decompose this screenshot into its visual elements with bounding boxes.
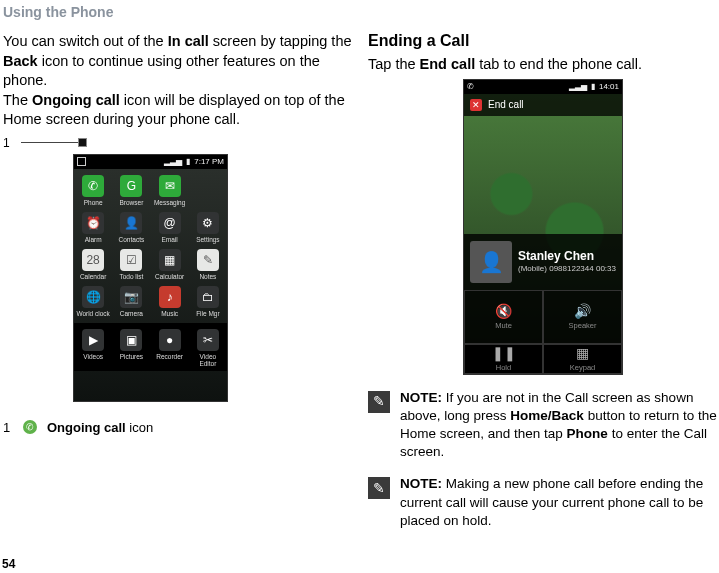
todo-icon: ☑ bbox=[120, 249, 142, 271]
legend-text: Ongoing call icon bbox=[47, 420, 153, 435]
app-messaging[interactable]: ✉Messaging bbox=[153, 175, 187, 206]
music-icon: ♪ bbox=[159, 286, 181, 308]
note-1: ✎ NOTE: If you are not in the Call scree… bbox=[368, 389, 718, 462]
mute-button[interactable]: 🔇Mute bbox=[464, 290, 543, 344]
app-browser[interactable]: GBrowser bbox=[114, 175, 148, 206]
app-label: File Mgr bbox=[196, 310, 219, 317]
app-music[interactable]: ♪Music bbox=[153, 286, 187, 317]
browser-icon: G bbox=[120, 175, 142, 197]
end-call-label: End call bbox=[488, 99, 524, 110]
term-ongoing-call: Ongoing call bbox=[32, 92, 120, 108]
call-screen-screenshot: ✆ ▂▃▅ ▮ 14:01 ✕ End call 👤 Stanley Chen … bbox=[463, 79, 623, 375]
notes-icon: ✎ bbox=[197, 249, 219, 271]
term-end-call: End call bbox=[420, 56, 476, 72]
app-label: Contacts bbox=[119, 236, 145, 243]
app-row: ⏰Alarm 👤Contacts @Email ⚙Settings bbox=[74, 206, 227, 243]
keypad-button[interactable]: ▦Keypad bbox=[543, 344, 622, 374]
app-calculator[interactable]: ▦Calculator bbox=[153, 249, 187, 280]
text: icon to continue using other features on… bbox=[3, 53, 320, 89]
call-buttons: 🔇Mute 🔊Speaker bbox=[464, 290, 622, 344]
status-bar: ✆ ▂▃▅ ▮ 14:01 bbox=[464, 80, 622, 94]
app-row: 28Calendar ☑Todo list ▦Calculator ✎Notes bbox=[74, 243, 227, 280]
left-paragraph-2: The Ongoing call icon will be displayed … bbox=[3, 91, 358, 130]
left-column: You can switch out of the In call screen… bbox=[3, 32, 358, 435]
caller-number: 0988122344 bbox=[549, 264, 594, 274]
term-back: Back bbox=[3, 53, 38, 69]
note-label: NOTE: bbox=[400, 476, 442, 491]
app-camera[interactable]: 📷Camera bbox=[114, 286, 148, 317]
contacts-icon: 👤 bbox=[120, 212, 142, 234]
caller-name: Stanley Chen bbox=[518, 249, 616, 265]
messaging-icon: ✉ bbox=[159, 175, 181, 197]
app-phone[interactable]: ✆Phone bbox=[76, 175, 110, 206]
app-email[interactable]: @Email bbox=[153, 212, 187, 243]
app-settings[interactable]: ⚙Settings bbox=[191, 212, 225, 243]
app-alarm[interactable]: ⏰Alarm bbox=[76, 212, 110, 243]
btn-label: Keypad bbox=[570, 363, 595, 372]
call-wallpaper: ✕ End call 👤 Stanley Chen (Mobile) 09881… bbox=[464, 94, 622, 344]
calculator-icon: ▦ bbox=[159, 249, 181, 271]
end-call-tab[interactable]: ✕ End call bbox=[464, 94, 622, 116]
section-header: Using the Phone bbox=[3, 4, 113, 20]
text: Making a new phone call before ending th… bbox=[400, 476, 703, 527]
call-duration: 00:33 bbox=[596, 264, 616, 274]
app-todo[interactable]: ☑Todo list bbox=[114, 249, 148, 280]
app-recorder[interactable]: ●Recorder bbox=[153, 329, 187, 367]
end-call-icon: ✕ bbox=[470, 99, 482, 111]
app-videos[interactable]: ▶Videos bbox=[76, 329, 110, 367]
videos-icon: ▶ bbox=[82, 329, 104, 351]
app-row-bottom: ▶Videos ▣Pictures ●Recorder ✂Video Edito… bbox=[74, 323, 227, 371]
app-pictures[interactable]: ▣Pictures bbox=[114, 329, 148, 367]
app-label: Camera bbox=[120, 310, 143, 317]
app-label: Video Editor bbox=[191, 353, 225, 367]
hold-icon: ❚❚ bbox=[492, 345, 516, 361]
status-time: 7:17 PM bbox=[194, 157, 224, 166]
app-notes[interactable]: ✎Notes bbox=[191, 249, 225, 280]
ending-call-heading: Ending a Call bbox=[368, 32, 718, 50]
app-label: Settings bbox=[196, 236, 220, 243]
caller-type: (Mobile) bbox=[518, 264, 547, 274]
alarm-icon: ⏰ bbox=[82, 212, 104, 234]
term-home-back: Home/Back bbox=[510, 408, 584, 423]
call-buttons-2: ❚❚Hold ▦Keypad bbox=[464, 344, 622, 374]
caller-avatar: 👤 bbox=[470, 241, 512, 283]
app-label: Todo list bbox=[119, 273, 143, 280]
app-videoeditor[interactable]: ✂Video Editor bbox=[191, 329, 225, 367]
app-filemgr[interactable]: 🗀File Mgr bbox=[191, 286, 225, 317]
callout-leader: 1 bbox=[3, 136, 358, 150]
worldclock-icon: 🌐 bbox=[82, 286, 104, 308]
ongoing-call-status-icon bbox=[77, 157, 86, 166]
page-number: 54 bbox=[2, 557, 15, 571]
app-label: Notes bbox=[199, 273, 216, 280]
legend-row: 1 ✆ Ongoing call icon bbox=[3, 420, 358, 435]
app-label: Recorder bbox=[156, 353, 183, 360]
note-label: NOTE: bbox=[400, 390, 442, 405]
app-contacts[interactable]: 👤Contacts bbox=[114, 212, 148, 243]
speaker-icon: 🔊 bbox=[574, 303, 591, 319]
app-row: ✆Phone GBrowser ✉Messaging bbox=[74, 169, 227, 206]
speaker-button[interactable]: 🔊Speaker bbox=[543, 290, 622, 344]
battery-icon: ▮ bbox=[186, 157, 190, 166]
app-calendar[interactable]: 28Calendar bbox=[76, 249, 110, 280]
calendar-icon: 28 bbox=[82, 249, 104, 271]
left-paragraph-1: You can switch out of the In call screen… bbox=[3, 32, 358, 91]
note-icon: ✎ bbox=[368, 391, 390, 413]
callout-number: 1 bbox=[3, 136, 11, 150]
phone-status-icon: ✆ bbox=[467, 82, 474, 91]
mute-icon: 🔇 bbox=[495, 303, 512, 319]
hold-button[interactable]: ❚❚Hold bbox=[464, 344, 543, 374]
app-worldclock[interactable]: 🌐World clock bbox=[76, 286, 110, 317]
battery-icon: ▮ bbox=[591, 82, 595, 91]
right-paragraph-1: Tap the End call tab to end the phone ca… bbox=[368, 55, 718, 75]
text: The bbox=[3, 92, 32, 108]
app-label: Calendar bbox=[80, 273, 106, 280]
note-text: NOTE: If you are not in the Call screen … bbox=[400, 389, 718, 462]
right-column: Ending a Call Tap the End call tab to en… bbox=[368, 32, 718, 530]
settings-icon: ⚙ bbox=[197, 212, 219, 234]
home-wallpaper: ✆Phone GBrowser ✉Messaging ⏰Alarm 👤Conta… bbox=[74, 169, 227, 401]
ongoing-call-icon: ✆ bbox=[23, 420, 37, 434]
text: tab to end the phone call. bbox=[475, 56, 642, 72]
phone-icon: ✆ bbox=[82, 175, 104, 197]
keypad-icon: ▦ bbox=[576, 345, 589, 361]
status-bar: ▂▃▅ ▮ 7:17 PM bbox=[74, 155, 227, 169]
